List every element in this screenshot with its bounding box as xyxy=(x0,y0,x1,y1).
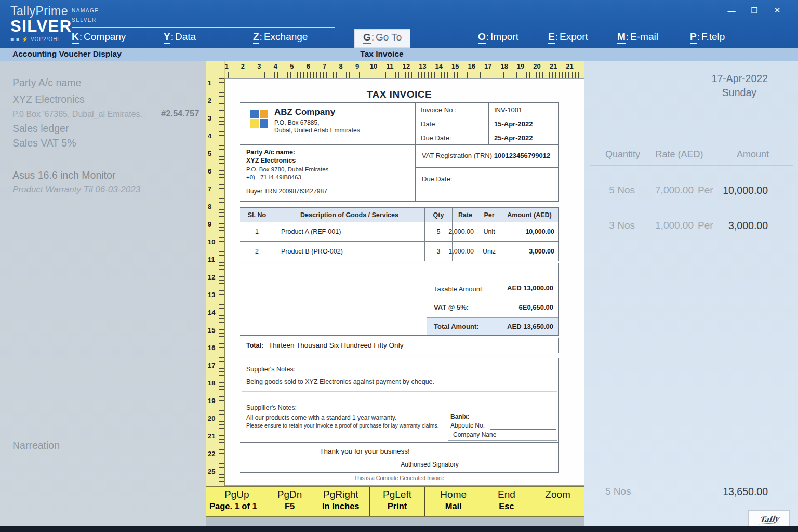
row-amount: 10,000.00 xyxy=(704,184,768,196)
items-table: Sl. No Description of Goods / Services Q… xyxy=(240,207,559,261)
pgleft-button[interactable]: PgLeft Print xyxy=(370,487,424,516)
v-ruler-number: 22 xyxy=(208,450,215,458)
meta-row-line-1 xyxy=(415,117,558,117)
menu-item-import[interactable]: O:Import xyxy=(478,31,518,43)
page-indicator: Page. 1 of 1 xyxy=(206,501,268,511)
h-ruler-number: 12 xyxy=(403,62,410,70)
sales-ledger-label: Sales ledger xyxy=(12,123,69,135)
zoom-button[interactable]: Zoom xyxy=(531,487,584,516)
total-amount-highlight: Total Amount: AED 13,650.00 xyxy=(427,317,558,335)
app-window: TallyPrime SILVER ■ ■ ⚡ VOP2!OHt NAMAGE … xyxy=(0,0,798,532)
due-date-label: Due Date: xyxy=(421,134,451,142)
pgdn-button[interactable]: PgDn F5 xyxy=(268,487,312,516)
invoice-party-box: Party A/c name: XYZ Electronics P.O. Box… xyxy=(240,144,559,202)
menu-key: Z xyxy=(253,31,259,44)
invoice-preview-page: TAX INVOICE ABZ Company P.O. Box 67885, … xyxy=(225,78,584,486)
app-logo: TallyPrime SILVER ■ ■ ⚡ VOP2!OHt xyxy=(10,4,72,42)
company-name-line xyxy=(448,440,557,441)
col-header-description: Description of Goods / Services xyxy=(274,208,425,222)
app-name: TallyPrime xyxy=(10,4,72,18)
pgright-button[interactable]: PgRight In Inches xyxy=(312,487,369,516)
item-row-rate: 1,000.00 xyxy=(453,242,478,261)
menu-key: O xyxy=(478,31,486,44)
company-address-1: P.O. Box 67885, xyxy=(274,119,320,126)
item-row-sl: 1 xyxy=(240,222,274,242)
manage-label: NAMAGE xyxy=(72,6,99,16)
v-ruler-number: 8 xyxy=(208,203,211,210)
v-ruler-number: 14 xyxy=(208,309,215,316)
quantity-column-header: Quantity xyxy=(591,149,640,160)
supplier-notes-title-1: Supplier's Notes: xyxy=(246,366,295,373)
v-ruler-number: 16 xyxy=(208,344,215,352)
total-amount-value: AED 13,650.00 xyxy=(507,323,553,330)
mail-label: Mail xyxy=(425,501,482,511)
empty-row-box xyxy=(240,263,559,278)
vat-amount-label: VAT @ 5%: xyxy=(434,303,469,311)
end-button[interactable]: End Esc xyxy=(482,487,531,516)
preview-toolbar: PgUp Page. 1 of 1 PgDn F5 PgRight In Inc… xyxy=(206,486,584,517)
app-edition: SILVER xyxy=(10,18,72,34)
menu-item-data[interactable]: Y:Data xyxy=(164,31,196,43)
sales-vat-label: Sales VAT 5% xyxy=(12,137,76,149)
menu-item-company[interactable]: K:Company xyxy=(72,31,126,43)
menu-label: Data xyxy=(175,31,196,42)
party-account-label: Party A/c name xyxy=(12,77,81,89)
row-amount: 3,000.00 xyxy=(704,220,768,232)
notes-box: Supplier's Notes: Being goods sold to XY… xyxy=(240,358,559,443)
h-ruler-number: 17 xyxy=(484,62,491,70)
item-row-amount: 3,000.00 xyxy=(500,242,558,261)
company-name-label: Company Nane xyxy=(453,431,496,438)
invoice-date-value: 15-Apr-2022 xyxy=(494,120,533,128)
menu-label: Company xyxy=(84,31,126,42)
party-account-address: P.0 Box '67365, Dubal_al Emirates. xyxy=(12,110,142,119)
screen-title-bar: Accounting Voucher Display Tax Invoice xyxy=(0,48,798,61)
invoice-title: TAX INVOICE xyxy=(240,89,559,100)
minimize-button[interactable]: — xyxy=(722,3,741,18)
buyer-trn: Buyer TRN 20098763427987 xyxy=(246,188,327,195)
h-ruler-number: 7 xyxy=(323,62,326,70)
v-ruler-number: 17 xyxy=(208,362,215,369)
total-amount-label: Total Amount: xyxy=(434,323,479,330)
v-ruler-number: 20 xyxy=(208,415,215,422)
v-ruler-number: 7 xyxy=(208,185,211,193)
h-ruler-number: 6 xyxy=(307,62,310,70)
stock-item-name: Asus 16.6 inch Monitor xyxy=(12,169,115,181)
menu-colon: : xyxy=(171,31,174,42)
col-header-per: Per xyxy=(478,208,500,222)
maximize-button[interactable]: ❒ xyxy=(745,3,764,18)
h-ruler-number: 4 xyxy=(274,62,277,70)
menu-item-email[interactable]: M:E-mail xyxy=(617,31,658,43)
item-row-desc: Product A (REF-001) xyxy=(274,222,425,242)
item-row-amount: 10,000.00 xyxy=(500,222,558,242)
vat-amount-value: 6E0,650.00 xyxy=(518,303,553,311)
notes-divider xyxy=(242,391,557,392)
menu-item-export[interactable]: E:Export xyxy=(548,31,588,43)
menu-divider-line xyxy=(72,27,335,28)
h-ruler-number: 21 xyxy=(566,62,573,70)
party-phone: +0) - 71-l4-49IB8463 xyxy=(246,174,301,180)
h-ruler-number: 18 xyxy=(500,62,508,70)
menu-colon: : xyxy=(79,31,82,42)
pgdn-label: PgDn xyxy=(268,489,312,500)
pgup-button[interactable]: PgUp Page. 1 of 1 xyxy=(206,487,268,516)
voucher-amounts-panel: 17-Apr-2022 Sunday Quantity Rate (AED) A… xyxy=(584,61,798,527)
menu-label: F.telp xyxy=(701,31,725,42)
bottom-status-bar xyxy=(0,526,798,532)
home-button[interactable]: Home Mail xyxy=(425,487,482,516)
h-ruler-number: 15 xyxy=(451,62,459,70)
vat-registration: VAT Registration (TRN) 100123456799012 xyxy=(422,152,550,159)
menu-item-help[interactable]: P:F.telp xyxy=(690,31,725,43)
vat-registration-label: VAT Registration (TRN) xyxy=(422,152,492,159)
menu-item-exchange[interactable]: Z:Exchange xyxy=(253,31,308,43)
invoice-header-box: ABZ Company P.O. Box 67885, Dubal, Unite… xyxy=(240,102,559,144)
v-ruler-number: 15 xyxy=(208,326,215,334)
close-button[interactable]: ✕ xyxy=(768,3,787,18)
logo-square-orange xyxy=(260,110,268,118)
supplier-notes-line-2: Please ensure to retain your invoice a p… xyxy=(246,422,439,429)
panel-separator-2 xyxy=(590,165,793,166)
stock-item-warranty: Product Warranty Til 06-03-2023 xyxy=(12,184,140,195)
amount-in-words-box: Total: Thirteen Thousand Six Hundreed Fi… xyxy=(240,338,559,353)
generated-invoice-note: This is a Comoute Generated Invoice xyxy=(240,475,559,481)
menu-item-go-to[interactable]: G:Go To xyxy=(355,30,410,47)
account-no-line xyxy=(490,429,556,430)
